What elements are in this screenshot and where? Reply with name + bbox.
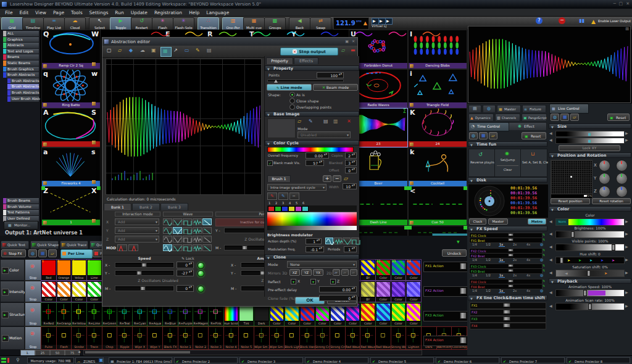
periods-spinner[interactable]: 1	[344, 246, 357, 252]
fx-speed-globe-icon[interactable]: ◍	[540, 288, 543, 292]
hue-shift-handle[interactable]	[560, 257, 563, 263]
cue-cell-i[interactable]: Triangle Fieldi	[408, 69, 467, 109]
cue-cell-K[interactable]: 24K	[408, 108, 467, 147]
menu-settings[interactable]: Settings	[89, 10, 109, 15]
swatch-color[interactable]	[275, 206, 281, 212]
saturation-shift-left-arrow[interactable]: ◀	[549, 270, 552, 275]
menu-run[interactable]: Run	[115, 10, 123, 15]
fx-cell-noise-4[interactable]: Noise 4	[223, 326, 239, 350]
brightness-wave-noise[interactable]	[334, 238, 342, 244]
fx-speed-handle[interactable]	[508, 279, 514, 283]
fx-cell-trace[interactable]: Trace	[86, 326, 102, 350]
bank-tab-2[interactable]: Bank 2	[132, 203, 160, 210]
osc-y-wave-vee[interactable]	[173, 227, 182, 234]
dialog-tool-2-icon[interactable]: ◆	[127, 47, 137, 56]
saturation-shift-handle[interactable]	[587, 270, 591, 276]
dialog-tool-5-icon[interactable]: ▦	[160, 47, 172, 57]
beam-mode-button[interactable]: ✕ Beam mode	[313, 84, 358, 91]
time-shift-handle[interactable]	[503, 323, 510, 328]
fx-cell-yellow[interactable]: Yellow3	[71, 259, 87, 281]
osc-y-wave-square[interactable]	[183, 227, 192, 234]
fx-cell-block-hard[interactable]: Block Hard	[299, 326, 315, 350]
fx-speed-scale-4x[interactable]: 4x	[526, 273, 530, 277]
speed-lock[interactable]: ✎ Lock	[181, 256, 194, 260]
time-shift-handle[interactable]	[503, 316, 510, 321]
cue-cell-<[interactable]: Cue 50<	[408, 186, 467, 226]
fx-cell-by[interactable]: BY	[360, 281, 376, 302]
set-a-b-clear-button[interactable]: ⊔Set A, Set B, Clear	[520, 149, 547, 177]
fx-speed-scale-1-4[interactable]: 1/4	[472, 258, 477, 262]
visible-points-slider[interactable]	[555, 244, 625, 251]
time-shift-handle[interactable]	[503, 310, 510, 314]
fx-cell-color[interactable]: Color22	[375, 259, 391, 281]
tab-time-control[interactable]: ◔Time Control	[468, 122, 509, 131]
fx-speed-row-fx1-beat[interactable]: FX1 Beat	[469, 238, 543, 243]
fx-action-slider-4[interactable]: FX4 Action	[423, 336, 469, 346]
master-button[interactable]: Master	[488, 218, 508, 225]
fx-cell-lime[interactable]: Lime4	[86, 259, 102, 281]
fx-cell-strong-crs-1[interactable]: Strong Crs 1	[315, 326, 331, 350]
fx-action-handle[interactable]	[460, 312, 467, 319]
tab-globe-icon[interactable]: ◍	[483, 105, 496, 112]
fx-action-slider-1[interactable]: FX1 Action	[423, 262, 469, 272]
add-brush-button[interactable]: +	[323, 175, 331, 182]
sidebar-item-user-brush-abstr[interactable]: User Brush Abstr	[7, 96, 40, 102]
fx-stop-cell-intensity[interactable]: ⊗Stop	[25, 281, 41, 302]
undock-button[interactable]: Undock	[442, 249, 467, 257]
menu-page[interactable]: Page	[53, 10, 64, 15]
fx-cell-color[interactable]: Color24	[405, 259, 422, 281]
maximize-icon[interactable]: ▢	[618, 1, 623, 6]
scan-rate-handle[interactable]	[588, 304, 592, 310]
mirror-xz-button[interactable]: XZ	[289, 269, 300, 276]
line-mode-button[interactable]: ∿ Line mode	[267, 84, 312, 91]
osc-x-wave-noise[interactable]	[193, 218, 202, 225]
fx-cell-noise-3[interactable]: Noise 3	[208, 326, 224, 350]
fx-speed-scale-1-2[interactable]: 1/2	[486, 289, 491, 292]
speed-x-slider[interactable]	[115, 262, 174, 268]
paste-image-icon[interactable]: ▥	[333, 118, 338, 124]
projector-status-1[interactable]: ▦Projector 1: FB4 06613 [Ping 0ms]	[109, 357, 172, 363]
osc-mod-wave-sine[interactable]	[163, 244, 172, 251]
projector-status-8[interactable]: ✔Demo Projector 8	[567, 357, 630, 363]
fx-cell-color[interactable]: Color	[41, 281, 57, 302]
size-slider-right-arrow[interactable]: ▶	[625, 131, 628, 135]
reverse-playing-cues-button[interactable]: ↺Reverse playing cues	[468, 149, 495, 177]
swatch-color[interactable]	[302, 206, 309, 212]
mirror-yz-button[interactable]: YZ	[301, 269, 312, 276]
animation-speed-left-arrow[interactable]: ◀	[549, 290, 552, 294]
fx-cell-color[interactable]: Color	[375, 281, 391, 302]
fx-speed-scale-1-4[interactable]: 1/4	[472, 289, 477, 292]
cue-cell-k[interactable]: Cocktailk	[408, 147, 467, 187]
fx-cell-strong-waves[interactable]: Strong Waves	[391, 326, 407, 350]
osc-y-wave-noise[interactable]	[193, 227, 202, 234]
swatch-color[interactable]	[295, 206, 302, 212]
fx-cell-rad-waves-8[interactable]: Rad Waves 8	[375, 326, 391, 350]
time-fun-header[interactable]: Time fun	[468, 141, 547, 147]
dialog-tool-3-icon[interactable]: ☁	[138, 47, 148, 56]
osc-z-wave-saw[interactable]	[202, 236, 212, 242]
toolbar-button-flash[interactable]: ✳Flash	[152, 17, 173, 30]
fx-view-icon-button[interactable]: ◍	[28, 249, 37, 257]
toolbar-button-groups[interactable]: ▩Groups	[264, 17, 286, 30]
menu-tools[interactable]: Tools	[71, 10, 82, 15]
projector-status-3[interactable]: ✔Demo Projector 3	[239, 357, 303, 363]
osc-x-wave-vee[interactable]	[173, 218, 182, 225]
pre-effect-delay-spinner[interactable]: 0.00	[319, 286, 357, 292]
timectl-view-button-1[interactable]: ▦	[479, 132, 488, 139]
fx-cell-noise-1[interactable]: Noise 1	[178, 326, 194, 350]
fx-cell-r-yellow[interactable]: R=Yellow	[71, 302, 87, 326]
brightness-wave-sine[interactable]	[325, 238, 333, 244]
fx-cell-rad-waves-4[interactable]: Rad Waves 4	[360, 326, 376, 350]
swatch-color[interactable]	[281, 206, 288, 212]
fx-speed-scale-1-2[interactable]: 1/2	[486, 242, 491, 246]
metro-button[interactable]: Metro	[528, 218, 546, 225]
live-reset-button[interactable]: ▣Reset	[607, 114, 630, 121]
saturation-shift-right-arrow[interactable]: ▶	[625, 270, 628, 275]
live-view-button-2[interactable]: ▱	[570, 114, 579, 121]
fx-speed-row-fx3-beat[interactable]: FX3 Beat	[469, 268, 543, 274]
osc-mod-wave-vee[interactable]	[173, 244, 182, 251]
knob-x-position[interactable]	[599, 160, 610, 172]
toolbar-button-select[interactable]: ↖Select	[89, 17, 110, 30]
osc-x-wave-sine[interactable]	[163, 218, 172, 225]
minimize-icon[interactable]: ─	[613, 1, 616, 6]
